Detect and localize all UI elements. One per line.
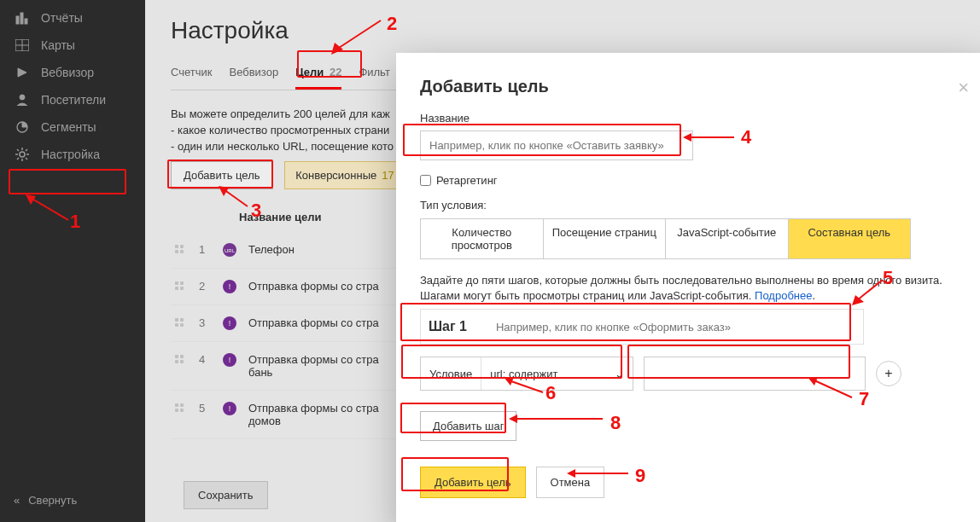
sidebar: Отчёты Карты Вебвизор Посетители Сегмент… xyxy=(0,0,145,522)
sidebar-item-label: Посетители xyxy=(41,93,106,107)
add-condition-button[interactable]: + xyxy=(876,361,901,386)
retargeting-checkbox[interactable]: Ретаргетинг xyxy=(420,174,965,187)
sidebar-item-label: Сегменты xyxy=(41,120,96,134)
gear-icon xyxy=(14,148,31,161)
step-row: Шаг 1 xyxy=(420,309,864,345)
add-goal-modal: Добавить цель × Название Ретаргетинг Тип… xyxy=(396,53,980,522)
pie-icon xyxy=(14,121,31,133)
map-icon xyxy=(14,39,31,51)
cancel-button[interactable]: Отмена xyxy=(536,467,605,498)
svg-point-9 xyxy=(20,152,25,157)
sidebar-item-label: Настройка xyxy=(41,148,100,161)
play-icon xyxy=(14,67,31,78)
svg-rect-0 xyxy=(16,16,19,24)
svg-line-14 xyxy=(17,149,19,151)
submit-goal-button[interactable]: Добавить цель xyxy=(420,467,526,498)
goal-name-input[interactable] xyxy=(420,130,693,160)
cond-tab-composite[interactable]: Составная цель xyxy=(789,219,911,258)
condition-value: url: содержит xyxy=(481,368,606,380)
condition-row: Условие url: содержит ⌄ + xyxy=(420,357,965,391)
close-icon[interactable]: × xyxy=(958,77,969,99)
sidebar-item-label: Вебвизор xyxy=(41,66,94,79)
cond-tab-js[interactable]: JavaScript-событие xyxy=(666,219,789,258)
cond-tab-pages[interactable]: Посещение страниц xyxy=(544,219,667,258)
sidebar-item-segments[interactable]: Сегменты xyxy=(0,113,145,141)
more-link[interactable]: Подробнее xyxy=(755,289,812,302)
condition-type-label: Тип условия: xyxy=(420,199,965,212)
sidebar-item-webvisor[interactable]: Вебвизор xyxy=(0,59,145,86)
svg-rect-2 xyxy=(25,19,27,24)
svg-point-7 xyxy=(20,95,25,100)
add-step-button[interactable]: Добавить шаг xyxy=(420,411,516,441)
retargeting-checkbox-input[interactable] xyxy=(420,175,431,186)
svg-line-15 xyxy=(26,158,27,160)
cond-tab-views[interactable]: Количество просмотров xyxy=(421,219,544,258)
url-input[interactable] xyxy=(644,357,866,391)
step-number: Шаг 1 xyxy=(421,319,477,334)
svg-rect-1 xyxy=(20,13,23,24)
name-field-label: Название xyxy=(420,112,965,125)
collapse-label: Свернуть xyxy=(28,494,77,507)
condition-type-tabs: Количество просмотров Посещение страниц … xyxy=(420,218,911,259)
sidebar-item-settings[interactable]: Настройка xyxy=(0,141,145,168)
sidebar-item-label: Отчёты xyxy=(41,11,83,25)
sidebar-item-reports[interactable]: Отчёты xyxy=(0,4,145,32)
sidebar-item-visitors[interactable]: Посетители xyxy=(0,86,145,113)
condition-label: Условие xyxy=(421,357,481,390)
sidebar-collapse[interactable]: « Свернуть xyxy=(0,487,90,513)
chevron-down-icon: ⌄ xyxy=(606,368,633,380)
step-description: Задайте до пяти шагов, которые должны бы… xyxy=(420,273,965,304)
chevron-left-icon: « xyxy=(14,494,20,507)
svg-marker-6 xyxy=(18,68,26,77)
svg-line-17 xyxy=(17,158,19,160)
condition-select[interactable]: Условие url: содержит ⌄ xyxy=(420,357,633,391)
svg-line-16 xyxy=(26,149,27,151)
sidebar-item-label: Карты xyxy=(41,38,75,52)
modal-title: Добавить цель xyxy=(420,77,965,96)
step-name-input[interactable] xyxy=(487,310,863,344)
bar-chart-icon xyxy=(14,11,31,25)
user-icon xyxy=(14,94,31,106)
sidebar-item-maps[interactable]: Карты xyxy=(0,32,145,59)
